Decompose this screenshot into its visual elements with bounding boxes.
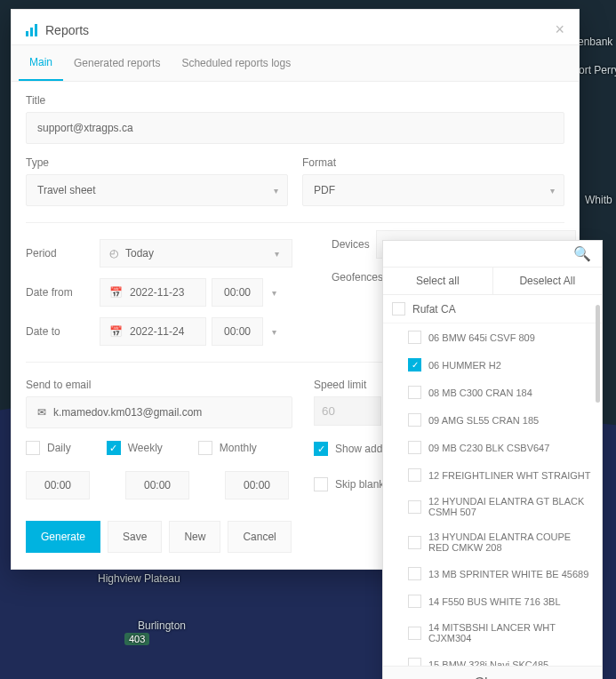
- device-item-label: 06 BMW 645i CSVF 809: [428, 332, 535, 343]
- reports-icon: [26, 24, 38, 36]
- date-to-input[interactable]: 📅 2022-11-24: [100, 317, 206, 346]
- device-item[interactable]: 09 MB C230 BLK CSBV647: [383, 434, 602, 461]
- calendar-icon: 📅: [109, 325, 123, 338]
- map-city-whitby: Whitb: [585, 194, 612, 206]
- generate-button[interactable]: Generate: [26, 521, 100, 553]
- search-icon: 🔍: [573, 245, 591, 262]
- format-value: PDF: [314, 184, 335, 196]
- period-label: Period: [26, 247, 100, 260]
- device-item-label: 15 BMW 328i Navi SKC485: [428, 659, 548, 667]
- device-item[interactable]: 14 F550 BUS WHITE 716 3BL: [383, 587, 602, 615]
- daily-label: Daily: [47, 442, 71, 454]
- date-from-time[interactable]: 00:00: [212, 278, 263, 307]
- device-item[interactable]: 14 MITSBSHI LANCER WHT CJXM304: [383, 615, 602, 651]
- device-item[interactable]: 13 MB SPRINTER WHITE BE 45689: [383, 560, 602, 587]
- deselect-all-button[interactable]: Deselect All: [493, 268, 603, 294]
- chevron-down-icon: ▾: [550, 186, 555, 196]
- device-item-label: 12 FREIGHTLINER WHT STRAIGHT: [428, 470, 591, 481]
- tab-main[interactable]: Main: [19, 45, 63, 81]
- device-list[interactable]: 06 BMW 645i CSVF 809✓06 HUMMER H208 MB C…: [383, 324, 602, 666]
- format-label: Format: [302, 156, 564, 169]
- checkbox-icon: [408, 627, 421, 640]
- period-select[interactable]: ◴ Today ▾: [100, 239, 292, 268]
- checkbox-icon: [408, 500, 421, 514]
- chevron-down-icon: ▾: [271, 249, 283, 259]
- time-2[interactable]: 00:00: [125, 471, 189, 499]
- map-city-burlington: Burlington: [138, 619, 186, 632]
- select-all-button[interactable]: Select all: [383, 268, 493, 294]
- date-from-value: 2022-11-23: [130, 286, 196, 299]
- email-label: Send to email: [26, 379, 292, 391]
- device-item-label: 09 MB C230 BLK CSBV647: [428, 443, 549, 453]
- checkbox-icon: [408, 413, 421, 427]
- device-item[interactable]: 09 AMG SL55 CRAN 185: [383, 406, 602, 434]
- device-item[interactable]: 12 HYUNDAI ELANTRA GT BLACK CSMH 507: [383, 489, 602, 524]
- chevron-down-icon[interactable]: ▾: [268, 327, 280, 337]
- clock-icon: ◴: [109, 247, 118, 260]
- modal-title: Reports: [45, 23, 555, 37]
- map-area-highview: Highview Plateau: [98, 572, 180, 585]
- date-from-input[interactable]: 📅 2022-11-23: [100, 278, 206, 307]
- device-item-label: 09 AMG SL55 CRAN 185: [428, 415, 539, 426]
- device-item[interactable]: 13 HYUNDAI ELANTRA COUPE RED CMKW 208: [383, 524, 602, 560]
- title-input[interactable]: [26, 112, 564, 144]
- save-button[interactable]: Save: [108, 521, 162, 553]
- weekly-checkbox[interactable]: ✓Weekly: [107, 441, 163, 455]
- device-item-label: 08 MB C300 CRAN 184: [428, 387, 532, 398]
- devices-dropdown: 🔍 Select all Deselect All Rufat CA 06 BM…: [382, 240, 603, 679]
- period-value: Today: [125, 247, 264, 260]
- device-search[interactable]: 🔍: [383, 241, 602, 268]
- device-item-label: 14 MITSBSHI LANCER WHT CJXM304: [428, 622, 593, 643]
- monthly-checkbox[interactable]: Monthly: [198, 441, 257, 455]
- device-item[interactable]: 12 FREIGHTLINER WHT STRAIGHT: [383, 461, 602, 489]
- chevron-down-icon[interactable]: ▾: [268, 288, 280, 298]
- device-item-label: 12 HYUNDAI ELANTRA GT BLACK CSMH 507: [428, 496, 593, 517]
- checkbox-icon: [408, 441, 421, 454]
- weekly-label: Weekly: [128, 442, 163, 454]
- date-from-label: Date from: [26, 286, 100, 299]
- device-item[interactable]: 08 MB C300 CRAN 184: [383, 379, 602, 406]
- device-group-label: Rufat CA: [412, 303, 456, 316]
- checkbox-icon: [408, 536, 421, 549]
- device-item-label: 13 HYUNDAI ELANTRA COUPE RED CMKW 208: [428, 531, 593, 553]
- time-1[interactable]: 00:00: [26, 471, 90, 499]
- envelope-icon: ✉: [37, 406, 46, 419]
- date-to-time[interactable]: 00:00: [212, 317, 263, 346]
- tab-generated[interactable]: Generated reports: [63, 45, 171, 81]
- device-item[interactable]: ✓06 HUMMER H2: [383, 351, 602, 379]
- time-3[interactable]: 00:00: [225, 471, 289, 499]
- type-value: Travel sheet: [37, 184, 96, 196]
- date-to-label: Date to: [26, 325, 100, 338]
- monthly-label: Monthly: [220, 442, 257, 454]
- scrollbar-thumb[interactable]: [596, 324, 600, 403]
- map-highway-403: 403: [124, 633, 149, 645]
- format-select[interactable]: PDF ▾: [302, 174, 564, 206]
- device-item[interactable]: 06 BMW 645i CSVF 809: [383, 324, 602, 351]
- checkbox-icon: [408, 595, 421, 608]
- checkbox-icon: [408, 386, 421, 399]
- close-icon[interactable]: ×: [555, 20, 564, 39]
- type-label: Type: [26, 156, 288, 169]
- title-label: Title: [26, 94, 564, 107]
- device-item-label: 13 MB SPRINTER WHITE BE 45689: [428, 569, 588, 579]
- type-select[interactable]: Travel sheet ▾: [26, 174, 288, 206]
- chevron-down-icon: ▾: [274, 186, 278, 196]
- checkbox-icon: [408, 331, 421, 344]
- email-input[interactable]: [53, 406, 281, 419]
- calendar-icon: 📅: [109, 286, 123, 299]
- dropdown-close-button[interactable]: Close: [383, 666, 602, 679]
- checkbox-icon: [408, 567, 421, 580]
- checkbox-icon: ✓: [408, 358, 421, 371]
- devices-label: Devices: [332, 238, 376, 251]
- device-item[interactable]: 15 BMW 328i Navi SKC485: [383, 651, 602, 666]
- checkbox-icon: [408, 468, 421, 482]
- device-item-label: 06 HUMMER H2: [428, 360, 501, 371]
- speed-input[interactable]: [314, 396, 381, 426]
- new-button[interactable]: New: [169, 521, 220, 553]
- device-item-label: 14 F550 BUS WHITE 716 3BL: [428, 596, 561, 607]
- tab-scheduled[interactable]: Scheduled reports logs: [171, 45, 301, 81]
- device-group-row[interactable]: Rufat CA: [383, 295, 602, 324]
- cancel-button[interactable]: Cancel: [228, 521, 291, 553]
- daily-checkbox[interactable]: Daily: [26, 441, 71, 455]
- date-to-value: 2022-11-24: [130, 325, 196, 338]
